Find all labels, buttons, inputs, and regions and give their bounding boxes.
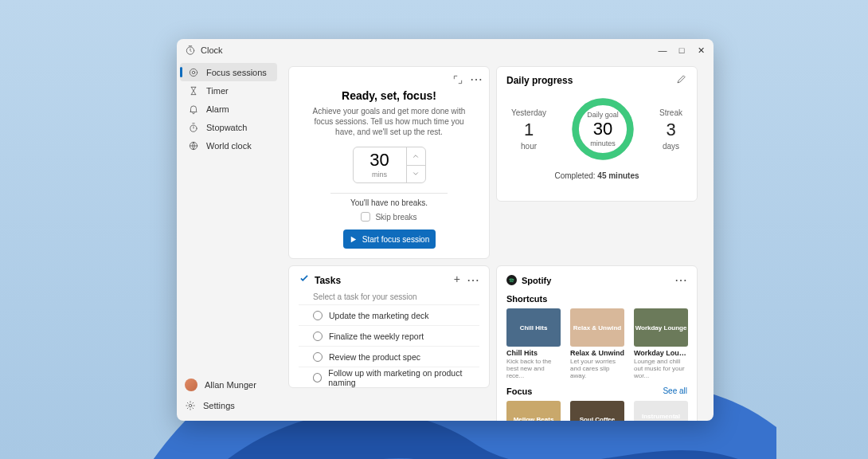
stat-label: Yesterday (511, 108, 546, 117)
see-all-link[interactable]: See all (663, 386, 687, 396)
svg-point-2 (192, 71, 195, 74)
playlist-name: Relax & Unwind (570, 349, 624, 357)
sidebar-item-label: Alarm (206, 104, 229, 114)
skip-breaks-checkbox[interactable]: Skip breaks (299, 212, 479, 222)
tasks-card: Tasks + ⋯ Select a task for your session… (288, 265, 490, 388)
settings-label: Settings (203, 401, 235, 410)
task-radio-icon (313, 352, 323, 362)
playlist-item[interactable]: Chill HitsChill HitsKick back to the bes… (506, 308, 561, 380)
playlist-item[interactable]: Workday LoungeWorkday LoungeLounge and c… (634, 308, 688, 380)
spotify-card: Spotify ⋯ Shortcuts Chill HitsChill Hits… (496, 265, 698, 421)
goal-unit: minutes (590, 139, 616, 147)
playlist-desc: Let your worries and cares slip away. (570, 358, 624, 380)
task-item[interactable]: Review the product spec (299, 346, 479, 367)
shortcuts-label: Shortcuts (506, 294, 547, 304)
sidebar-item-stopwatch[interactable]: Stopwatch (180, 118, 277, 136)
play-icon (349, 235, 358, 244)
content-area: ⋯ Ready, set, focus! Achieve your goals … (280, 61, 714, 421)
minutes-value: 30 (369, 151, 389, 169)
task-label: Finalize the weekly report (329, 332, 424, 341)
playlist-item[interactable]: Instrumental StudyInstrumental Study (634, 401, 688, 421)
sidebar-item-world-clock[interactable]: World clock (180, 136, 277, 155)
start-focus-button[interactable]: Start focus session (343, 230, 436, 249)
minimize-button[interactable]: — (653, 41, 672, 60)
skip-breaks-label: Skip breaks (375, 213, 416, 222)
playlist-art: Soul Coffee (570, 401, 624, 421)
yesterday-stat: Yesterday 1 hour (511, 108, 546, 151)
add-task-button[interactable]: + (454, 273, 460, 288)
spotify-icon (506, 275, 517, 285)
minutes-unit: mins (372, 171, 387, 178)
more-icon[interactable]: ⋯ (674, 273, 687, 288)
target-icon (188, 67, 199, 78)
playlist-item[interactable]: Relax & UnwindRelax & UnwindLet your wor… (570, 308, 624, 380)
more-icon[interactable]: ⋯ (467, 273, 479, 288)
clock-app-icon (185, 45, 196, 56)
task-radio-icon (313, 332, 323, 341)
user-account-button[interactable]: Allan Munger (177, 375, 280, 395)
playlist-art: Relax & Unwind (570, 308, 624, 347)
stopwatch-icon (188, 122, 199, 133)
sidebar-item-label: Stopwatch (206, 123, 247, 132)
task-label: Review the product spec (329, 352, 420, 362)
playlist-item[interactable]: Soul CoffeeSoul Coffee (570, 401, 624, 421)
task-label: Update the marketing deck (329, 311, 429, 320)
goal-value: 30 (593, 119, 612, 139)
focus-section-label: Focus (506, 386, 532, 396)
playlist-desc: Kick back to the best new and rece... (506, 358, 561, 380)
task-item[interactable]: Update the marketing deck (299, 304, 479, 325)
maximize-button[interactable]: □ (672, 41, 691, 60)
focus-title: Ready, set, focus! (299, 89, 479, 102)
edit-icon[interactable] (676, 73, 687, 87)
playlist-art: Mellow Beats (506, 401, 561, 421)
todo-icon (299, 273, 310, 288)
playlist-art: Chill Hits (506, 308, 561, 347)
sidebar-item-label: Timer (206, 86, 229, 96)
goal-label: Daily goal (587, 111, 619, 119)
playlist-art: Instrumental Study (634, 401, 688, 421)
sidebar: Focus sessions Timer Alarm Stopwatch Wor… (177, 61, 280, 421)
sidebar-item-label: Focus sessions (206, 68, 267, 77)
daily-goal-ring: Daily goal 30 minutes (569, 95, 637, 163)
stat-value: 3 (659, 120, 682, 140)
divider (330, 193, 448, 194)
completed-text: Completed: 45 minutes (506, 171, 687, 180)
focus-session-card: ⋯ Ready, set, focus! Achieve your goals … (288, 66, 490, 259)
chevron-up-icon[interactable] (407, 147, 425, 166)
stat-label: Streak (659, 108, 682, 117)
more-icon[interactable]: ⋯ (470, 72, 483, 87)
streak-stat: Streak 3 days (659, 108, 682, 151)
stat-unit: days (659, 142, 682, 151)
expand-icon[interactable] (452, 72, 463, 87)
gear-icon (185, 400, 196, 411)
playlist-name: Workday Lounge (634, 349, 688, 357)
playlist-desc: Lounge and chill out music for your wor.… (634, 358, 688, 380)
checkbox-icon (361, 212, 370, 222)
bell-icon (188, 104, 199, 115)
svg-point-1 (190, 69, 197, 76)
globe-icon (188, 140, 199, 151)
spotify-title: Spotify (522, 276, 551, 285)
playlist-item[interactable]: Mellow BeatsMellow Beats (506, 401, 561, 421)
minutes-stepper[interactable]: 30 mins (353, 147, 426, 183)
focus-subtitle: Achieve your goals and get more done wit… (310, 106, 468, 137)
task-item[interactable]: Follow up with marketing on product nami… (299, 367, 479, 387)
start-button-label: Start focus session (362, 235, 429, 244)
sidebar-item-focus-sessions[interactable]: Focus sessions (180, 63, 277, 81)
task-item[interactable]: Finalize the weekly report (299, 325, 479, 346)
task-radio-icon (313, 373, 322, 382)
app-title: Clock (201, 45, 223, 55)
tasks-title: Tasks (315, 275, 341, 286)
chevron-down-icon[interactable] (407, 166, 425, 183)
playlist-art: Workday Lounge (634, 308, 688, 347)
stat-value: 1 (511, 120, 546, 140)
titlebar[interactable]: Clock — □ ✕ (177, 39, 714, 61)
playlist-name: Chill Hits (506, 349, 561, 357)
sidebar-item-timer[interactable]: Timer (180, 81, 277, 100)
daily-progress-card: Daily progress Yesterday 1 hour (496, 66, 698, 202)
sidebar-item-alarm[interactable]: Alarm (180, 100, 277, 118)
close-button[interactable]: ✕ (691, 41, 710, 60)
tasks-subtitle: Select a task for your session (313, 292, 479, 301)
settings-button[interactable]: Settings (177, 395, 280, 416)
task-label: Follow up with marketing on product nami… (328, 368, 479, 387)
